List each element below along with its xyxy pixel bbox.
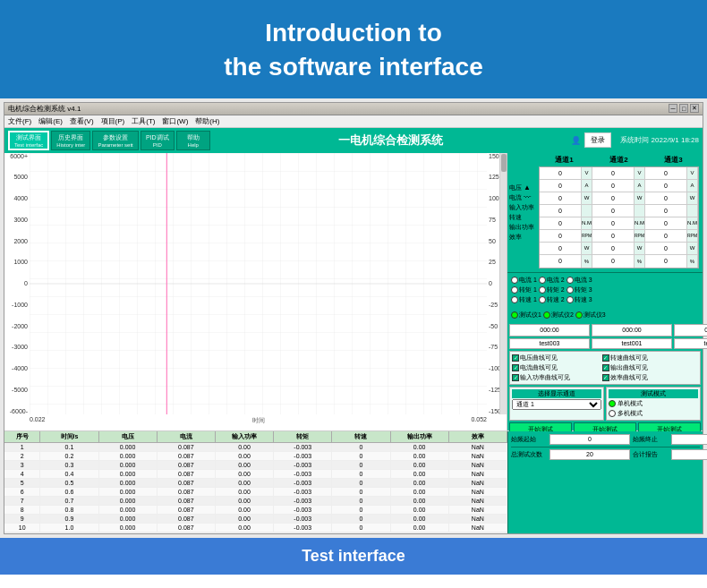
channel2-header: 通道2 xyxy=(592,155,646,165)
meas-row-rpm: 0RPM 0RPM 0RPM xyxy=(540,230,698,243)
menu-window[interactable]: 窗口(W) xyxy=(162,116,188,126)
sig-torque2: 转矩 2 xyxy=(539,285,565,294)
testname-input-2[interactable] xyxy=(592,338,672,349)
testname-input-1[interactable] xyxy=(509,338,590,349)
meas-row-voltage: 0V 0V 0V xyxy=(540,167,698,180)
menu-tools[interactable]: 工具(T) xyxy=(132,116,155,126)
bottom-caption: Test interface xyxy=(0,538,707,575)
freq-end-input[interactable] xyxy=(671,434,707,445)
minimize-button[interactable]: ─ xyxy=(669,104,677,113)
mode-box: 测试模式 单机模式 多机模式 xyxy=(606,387,701,421)
menu-edit[interactable]: 编辑(E) xyxy=(38,116,63,126)
chart-area: 6000+500040003000 200010000-1000 -2000-3… xyxy=(4,153,507,430)
cb-speed-curve: ✓转速曲线可见 xyxy=(602,354,692,362)
meas-row-input-power: 0W 0W 0W xyxy=(540,192,698,205)
table-header: 序号 时间/s 电压 电流 输入功率 转矩 转速 输出功率 效率 xyxy=(4,431,507,443)
bottom-area: 序号 时间/s 电压 电流 输入功率 转矩 转速 输出功率 效率 10.10.0… xyxy=(4,430,703,533)
menu-project[interactable]: 项目(P) xyxy=(101,116,125,126)
meas-row-current: 0A 0A 0A xyxy=(540,180,698,192)
system-title: 一电机综合检测系统 xyxy=(212,132,570,149)
window-title: 电机综合检测系统 v4.1 xyxy=(8,104,81,114)
test-instruments: 测试仪1 测试仪2 测试仪3 xyxy=(509,309,701,322)
time-input-3[interactable] xyxy=(674,324,707,337)
sig-current3: 电流 3 xyxy=(566,276,592,285)
software-window: 电机综合检测系统 v4.1 ─ □ ✕ 文件(F) 编辑(E) 查看(V) 项目… xyxy=(4,102,703,534)
x-axis-end: 0.052 xyxy=(471,416,487,422)
login-button[interactable]: 登录 xyxy=(584,132,611,148)
sig-torque1: 转矩 1 xyxy=(511,285,537,294)
table-row: 30.30.0000.0870.00-0.00300.00NaN xyxy=(4,461,507,470)
col-input-power: 输入功率 xyxy=(216,431,274,442)
table-row: 60.60.0000.0870.00-0.00300.00NaN xyxy=(4,488,507,497)
toolbar-history[interactable]: 历史界面 History inter xyxy=(51,131,90,150)
toolbar-pid[interactable]: PID调试 PID xyxy=(141,131,175,150)
freq-start-row: 始频起始 始频终止 xyxy=(511,434,700,445)
y-axis-left: 6000+500040003000 200010000-1000 -2000-3… xyxy=(4,153,30,414)
x-axis: 0.022 时间 0.052 xyxy=(30,414,487,430)
sig-current2: 电流 2 xyxy=(539,276,565,285)
freq-end-label: 始频终止 xyxy=(633,435,669,444)
total-test-input[interactable] xyxy=(549,449,630,460)
data-table: 序号 时间/s 电压 电流 输入功率 转矩 转速 输出功率 效率 10.10.0… xyxy=(4,431,507,533)
table-row: 20.20.0000.0870.00-0.00300.00NaN xyxy=(4,452,507,461)
meas-row-pf: 0 0 0 xyxy=(540,205,698,217)
table-row: 40.40.0000.0870.00-0.00300.00NaN xyxy=(4,470,507,479)
menu-file[interactable]: 文件(F) xyxy=(8,116,31,126)
cb-input-curve: ✓输入功率曲线可见 xyxy=(512,373,601,382)
toolbar-help[interactable]: 帮助 Help xyxy=(176,131,210,150)
meas-row-output-power: 0W 0W 0W xyxy=(540,243,698,255)
screenshot-area: 电机综合检测系统 v4.1 ─ □ ✕ 文件(F) 编辑(E) 查看(V) 项目… xyxy=(0,98,707,538)
sig-current1: 电流 1 xyxy=(511,276,537,285)
menu-help[interactable]: 帮助(H) xyxy=(195,116,219,126)
total-test-row: 总测试次数 合计报告 xyxy=(511,449,700,460)
total-count-input[interactable] xyxy=(671,449,707,460)
col-voltage: 电压 xyxy=(99,431,158,442)
channel-selector-title: 选择显示通道 xyxy=(512,389,601,398)
table-row: 10.10.0000.0870.00-0.00300.00NaN xyxy=(4,443,507,452)
channel-selector-box: 选择显示通道 通道 1 xyxy=(509,387,604,421)
cb-voltage-curve: ✓电压曲线可见 xyxy=(512,354,601,362)
table-row: 50.50.0000.0870.00-0.00300.00NaN xyxy=(4,479,507,488)
col-efficiency: 效率 xyxy=(449,431,507,442)
checkbox-area: ✓电压曲线可见 ✓转速曲线可见 ✓电流曲线可见 ✓输出曲线可见 ✓输入功率曲线可… xyxy=(509,351,701,385)
cb-current-curve: ✓电流曲线可见 xyxy=(512,363,601,372)
x-axis-start: 0.022 xyxy=(30,416,46,422)
col-time: 时间/s xyxy=(40,431,98,442)
channel-select[interactable]: 通道 1 xyxy=(512,399,601,410)
titlebar-buttons: ─ □ ✕ xyxy=(669,104,699,113)
cb-efficiency-curve: ✓效率曲线可见 xyxy=(602,373,692,382)
top-banner: Introduction to the software interface xyxy=(0,0,707,98)
total-count-label: 合计报告 xyxy=(633,450,669,459)
time-inputs xyxy=(509,324,701,337)
mode-title: 测试模式 xyxy=(609,389,698,398)
col-seq: 序号 xyxy=(4,431,40,442)
signal-selector: 电流 1 电流 2 电流 3 转矩 1 转矩 2 转矩 3 转速 1 转速 2 … xyxy=(509,274,701,307)
toolbar: 测试界面 Test interfac 历史界面 History inter 参数… xyxy=(4,128,703,153)
close-button[interactable]: ✕ xyxy=(690,104,699,113)
col-current: 电流 xyxy=(158,431,216,442)
time-input-1[interactable] xyxy=(509,324,590,337)
toolbar-test-interface[interactable]: 测试界面 Test interfac xyxy=(8,131,49,150)
testname-input-3[interactable] xyxy=(674,338,707,349)
menu-view[interactable]: 查看(V) xyxy=(70,116,94,126)
freq-start-input[interactable] xyxy=(549,434,630,445)
chart-scrollbar[interactable] xyxy=(499,153,507,414)
sig-speed3: 转速 3 xyxy=(566,295,592,304)
table-row: 70.70.0000.0870.00-0.00300.00NaN xyxy=(4,497,507,506)
col-speed: 转速 xyxy=(332,431,390,442)
channel3-header: 通道3 xyxy=(646,155,701,165)
datetime-label: 系统时间 2022/9/1 18:28 xyxy=(620,135,699,145)
main-content: 6000+500040003000 200010000-1000 -2000-3… xyxy=(4,153,703,430)
freq-start-label: 始频起始 xyxy=(511,435,547,444)
signal-type-area: 电压▲ 电流〰 输入功率 转速 输出功率 效率 通道1 通道2 通道3 xyxy=(507,153,703,273)
meas-row-torque: 0N.M 0N.M 0N.M xyxy=(540,217,698,230)
testname-inputs xyxy=(509,338,701,349)
time-input-2[interactable] xyxy=(592,324,672,337)
col-torque: 转矩 xyxy=(274,431,332,442)
menubar: 文件(F) 编辑(E) 查看(V) 项目(P) 工具(T) 窗口(W) 帮助(H… xyxy=(4,115,703,128)
titlebar: 电机综合检测系统 v4.1 ─ □ ✕ xyxy=(4,103,703,115)
measurement-table: 0V 0V 0V 0A 0A 0A xyxy=(539,166,699,268)
toolbar-params[interactable]: 参数设置 Parameter sett xyxy=(92,131,138,150)
maximize-button[interactable]: □ xyxy=(679,104,688,113)
sig-speed1: 转速 1 xyxy=(511,295,537,304)
